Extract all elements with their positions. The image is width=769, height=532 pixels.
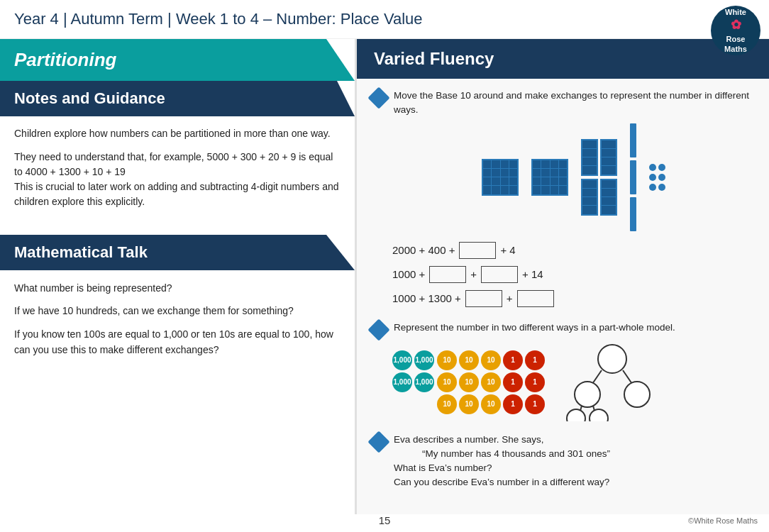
counter-10-6: 10 — [481, 372, 501, 392]
ten-rods — [630, 123, 636, 231]
counter-1-3: 1 — [503, 372, 523, 392]
unit-5 — [649, 184, 656, 191]
unit-4 — [658, 174, 665, 181]
partitioning-header: Partitioning — [0, 39, 355, 81]
page-header: Year 4 | Autumn Term | Week 1 to 4 – Num… — [0, 0, 769, 39]
fluency-item-2-row: Represent the number in two different wa… — [371, 321, 755, 338]
fluency-item-3: Eva describes a number. She says, “My nu… — [371, 433, 755, 490]
page-title: Year 4 | Autumn Term | Week 1 to 4 – Num… — [14, 10, 423, 28]
hundred-flat-4 — [600, 179, 617, 216]
right-column: Varied Fluency Move the Base 10 around a… — [355, 39, 769, 514]
notes-content: Children explore how numbers can be part… — [0, 116, 355, 228]
eq-input-2[interactable] — [429, 266, 466, 283]
counter-10-3: 10 — [481, 350, 501, 370]
diamond-icon-3 — [367, 431, 389, 453]
fluency-item-2: Represent the number in two different wa… — [371, 321, 755, 421]
counter-10-2: 10 — [459, 350, 479, 370]
counter-1000-4: 1,000 — [414, 372, 434, 392]
math-talk-q2: If we have 10 hundreds, can we exchange … — [14, 303, 341, 318]
eq-input-4[interactable] — [465, 290, 502, 307]
counter-10-4: 10 — [437, 372, 457, 392]
eq-row-3: 1000 + 1300 + + — [392, 288, 755, 309]
white-rose-logo: White ✿ Rose Maths — [711, 6, 760, 55]
counters-and-model: 1,000 1,000 1,000 1,000 10 — [392, 343, 755, 421]
diamond-icon-2 — [367, 318, 389, 340]
thousand-cube-1 — [482, 159, 519, 196]
varied-fluency-title: Varied Fluency — [374, 49, 752, 69]
counter-10-7: 10 — [437, 394, 457, 414]
hundred-flat-1 — [581, 139, 598, 176]
svg-point-0 — [598, 345, 626, 373]
counter-1-6: 1 — [525, 394, 545, 414]
fluency-item-1-row: Move the Base 10 around and make exchang… — [371, 89, 755, 118]
part-whole-model — [566, 343, 658, 421]
fluency-item-1-text: Move the Base 10 around and make exchang… — [394, 89, 755, 118]
fluency-item-3-row: Eva describes a number. She says, “My nu… — [371, 433, 755, 490]
eva-q2: Can you describe Eva’s number in a diffe… — [394, 477, 609, 487]
notes-title: Notes and Guidance — [14, 89, 341, 108]
notes-para2-3: They need to understand that, for exampl… — [14, 150, 341, 209]
base10-blocks — [392, 123, 755, 231]
unit-2 — [658, 164, 665, 171]
svg-point-8 — [590, 409, 608, 421]
counter-1-4: 1 — [525, 372, 545, 392]
svg-point-3 — [575, 382, 600, 407]
eva-quote: “My number has 4 thousands and 301 ones” — [422, 448, 610, 459]
eva-q1: What is Eva’s number? — [394, 462, 492, 473]
counters-display: 1,000 1,000 1,000 1,000 10 — [392, 350, 545, 414]
left-column: Partitioning Notes and Guidance Children… — [0, 39, 355, 514]
counter-1-5: 1 — [503, 394, 523, 414]
eq-input-3[interactable] — [481, 266, 518, 283]
math-talk-header: Mathematical Talk — [0, 235, 355, 270]
math-talk-q3: If you know ten 100s are equal to 1,000 … — [14, 326, 341, 358]
hundred-flats — [581, 139, 617, 216]
unit-6 — [658, 184, 665, 191]
fluency-item-1: Move the Base 10 around and make exchang… — [371, 89, 755, 309]
counter-1000-1: 1,000 — [392, 350, 412, 370]
eq-row-2: 1000 + + + 14 — [392, 264, 755, 285]
counter-10-1: 10 — [437, 350, 457, 370]
notes-header: Notes and Guidance — [0, 81, 355, 116]
thousand-counters: 1,000 1,000 1,000 1,000 — [392, 350, 434, 414]
right-content: Move the Base 10 around and make exchang… — [357, 79, 769, 511]
counter-1-1: 1 — [503, 350, 523, 370]
math-talk-q1: What number is being represented? — [14, 280, 341, 296]
main-content: Partitioning Notes and Guidance Children… — [0, 39, 769, 514]
diamond-icon-1 — [367, 87, 389, 109]
notes-para1: Children explore how numbers can be part… — [14, 126, 341, 141]
rod-1 — [630, 123, 636, 157]
counter-10-9: 10 — [481, 394, 501, 414]
eq-row-1: 2000 + 400 + + 4 — [392, 240, 755, 261]
fluency-item-3-text: Eva describes a number. She says, “My nu… — [394, 433, 755, 490]
tens-ones-counters: 10 10 10 1 1 10 10 10 1 1 — [437, 350, 545, 414]
rod-3 — [630, 197, 636, 231]
eq-input-1[interactable] — [459, 242, 496, 259]
page-number: 15 — [379, 514, 391, 526]
counter-1000-3: 1,000 — [392, 372, 412, 392]
math-talk-title: Mathematical Talk — [14, 243, 341, 262]
hundred-flat-3 — [581, 179, 598, 216]
part-whole-svg — [566, 343, 658, 421]
counter-1-2: 1 — [525, 350, 545, 370]
thousand-cube-2 — [531, 159, 568, 196]
counter-10-8: 10 — [459, 394, 479, 414]
fluency-item-2-text: Represent the number in two different wa… — [394, 321, 755, 335]
unit-1 — [649, 164, 656, 171]
unit-3 — [649, 174, 656, 181]
math-talk-content: What number is being represented? If we … — [0, 270, 355, 375]
page-footer: 15 ©White Rose Maths — [0, 514, 769, 526]
unit-ones — [649, 164, 665, 191]
svg-point-4 — [624, 382, 650, 407]
partitioning-title: Partitioning — [14, 49, 341, 71]
rod-2 — [630, 160, 636, 194]
varied-fluency-header: Varied Fluency — [357, 39, 769, 79]
hundred-flat-2 — [600, 139, 617, 176]
copyright: ©White Rose Maths — [688, 516, 758, 525]
counter-10-5: 10 — [459, 372, 479, 392]
equations-area: 2000 + 400 + + 4 1000 + + + 14 1000 + 13… — [392, 240, 755, 309]
eq-input-5[interactable] — [517, 290, 554, 307]
counter-1000-2: 1,000 — [414, 350, 434, 370]
svg-point-7 — [567, 409, 585, 421]
